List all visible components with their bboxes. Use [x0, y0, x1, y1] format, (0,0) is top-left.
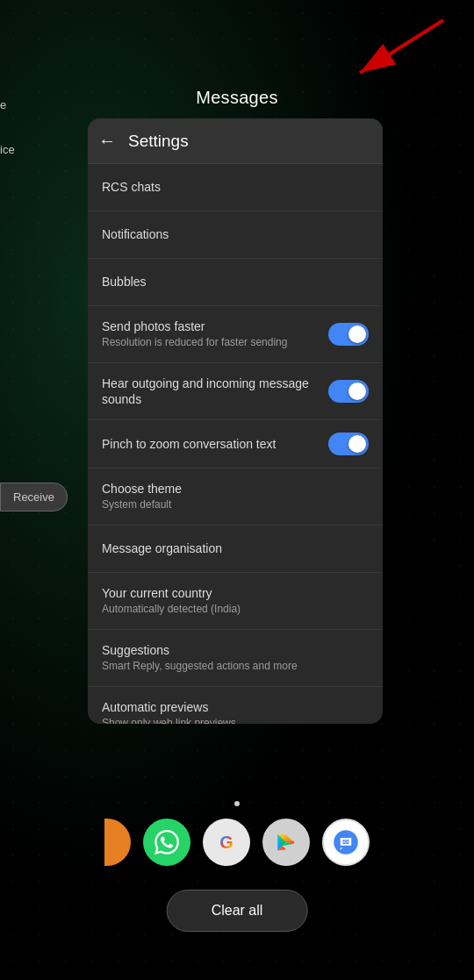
settings-label-send-photos-faster: Send photos faster [102, 318, 321, 334]
red-arrow-annotation [307, 16, 448, 86]
settings-label-notifications: Notifications [102, 226, 369, 242]
bottom-dock: G [0, 801, 474, 866]
svg-text:✉: ✉ [342, 838, 349, 847]
back-button[interactable]: ← [98, 131, 116, 151]
settings-label-current-country: Your current country [102, 585, 369, 601]
messages-bubble-icon: ✉ [333, 829, 359, 855]
whatsapp-icon [154, 830, 179, 855]
settings-label-suggestions: Suggestions [102, 642, 369, 658]
page-title-bar: Messages [0, 88, 474, 108]
play-store-icon [275, 831, 298, 854]
settings-item-choose-theme[interactable]: Choose themeSystem default [88, 469, 383, 526]
dock-icon-play-store[interactable] [262, 819, 310, 866]
dock-icon-google[interactable]: G [203, 819, 250, 866]
svg-line-1 [360, 20, 443, 73]
settings-sublabel-choose-theme: System default [102, 498, 369, 512]
settings-item-pinch-zoom[interactable]: Pinch to zoom conversation text [88, 420, 383, 469]
settings-header: ← Settings [88, 118, 383, 164]
page-title: Messages [196, 88, 278, 107]
dock-icon-whatsapp[interactable] [143, 819, 190, 866]
settings-item-hear-sounds[interactable]: Hear outgoing and incoming message sound… [88, 363, 383, 420]
settings-item-automatic-previews[interactable]: Automatic previewsShow only web link pre… [88, 687, 383, 725]
settings-item-notifications[interactable]: Notifications [88, 211, 383, 259]
clear-all-button[interactable]: Clear all [167, 890, 308, 932]
settings-item-send-photos-faster[interactable]: Send photos fasterResolution is reduced … [88, 306, 383, 363]
settings-label-hear-sounds: Hear outgoing and incoming message sound… [102, 376, 321, 407]
settings-item-bubbles[interactable]: Bubbles [88, 259, 383, 306]
dock-icon-messages[interactable]: ✉ [322, 819, 370, 866]
settings-sublabel-send-photos-faster: Resolution is reduced for faster sending [102, 336, 321, 350]
dock-icons: G [104, 819, 370, 866]
settings-label-automatic-previews: Automatic previews [102, 699, 369, 715]
settings-sublabel-automatic-previews: Show only web link previews [102, 717, 369, 724]
settings-item-current-country[interactable]: Your current countryAutomatically detect… [88, 573, 383, 630]
toggle-pinch-zoom[interactable] [328, 433, 369, 455]
settings-list: RCS chatsNotificationsBubblesSend photos… [88, 164, 383, 724]
receive-button-peek: Receive [0, 483, 68, 511]
settings-label-bubbles: Bubbles [102, 274, 369, 290]
toggle-send-photos-faster[interactable] [328, 323, 369, 346]
settings-sublabel-current-country: Automatically detected (India) [102, 603, 369, 617]
dock-icon-partial [104, 819, 131, 866]
settings-item-rcs-chats[interactable]: RCS chats [88, 164, 383, 211]
google-icon: G [219, 833, 233, 853]
settings-label-pinch-zoom: Pinch to zoom conversation text [102, 436, 321, 452]
settings-panel: ← Settings RCS chatsNotificationsBubbles… [88, 118, 383, 724]
settings-label-message-organisation: Message organisation [102, 540, 369, 556]
dock-indicator [234, 801, 240, 806]
settings-item-message-organisation[interactable]: Message organisation [88, 526, 383, 573]
toggle-hear-sounds[interactable] [328, 380, 369, 403]
settings-sublabel-suggestions: Smart Reply, suggested actions and more [102, 660, 369, 674]
settings-label-choose-theme: Choose theme [102, 481, 369, 497]
settings-item-suggestions[interactable]: SuggestionsSmart Reply, suggested action… [88, 630, 383, 687]
settings-label-rcs-chats: RCS chats [102, 179, 369, 195]
settings-title: Settings [128, 132, 189, 151]
